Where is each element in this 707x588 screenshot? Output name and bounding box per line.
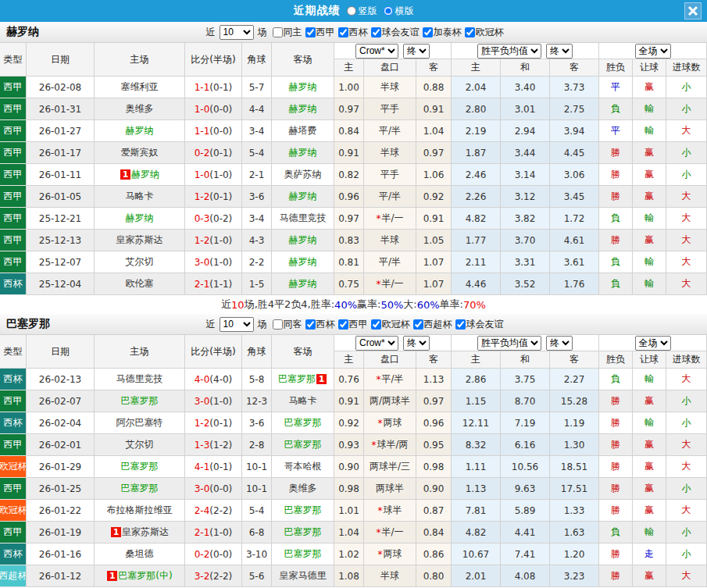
scope-select[interactable]: 全场 bbox=[635, 336, 671, 351]
league-checkbox[interactable] bbox=[338, 319, 348, 330]
column-header: 和 bbox=[501, 59, 550, 77]
same-side-checkbox[interactable] bbox=[273, 27, 283, 37]
mean-time-select[interactable]: 终 bbox=[546, 44, 573, 59]
corner-score: 5-7 bbox=[242, 77, 272, 98]
result-goals: 小 bbox=[666, 164, 707, 186]
mean-draw: 3.14 bbox=[501, 164, 550, 186]
mean-time-select[interactable]: 终 bbox=[546, 336, 573, 351]
match-count-select[interactable]: 10 bbox=[220, 25, 254, 40]
league-checkbox[interactable] bbox=[413, 319, 423, 330]
odds-company-select[interactable]: Crow* bbox=[355, 44, 398, 59]
corner-score: 3-6 bbox=[242, 186, 272, 208]
layout-radio-vertical[interactable]: 竖版 bbox=[347, 5, 377, 18]
home-team: 巴塞罗那 bbox=[95, 456, 185, 478]
league-filter[interactable]: 西杯 bbox=[304, 318, 335, 331]
league-filter[interactable]: 西甲 bbox=[304, 26, 335, 39]
mean-draw: 3.12 bbox=[501, 186, 550, 208]
corner-score: 5-6 bbox=[242, 565, 272, 587]
league-filter[interactable]: 球会友谊 bbox=[454, 318, 504, 331]
odds-time-select[interactable]: 终 bbox=[403, 44, 430, 59]
result-outcome: 勝 bbox=[599, 543, 633, 565]
handicap-text: 平手 bbox=[380, 102, 399, 116]
home-team: 艾尔切 bbox=[95, 251, 185, 273]
fulltime-score: 2-1 bbox=[195, 527, 210, 538]
league-checkbox[interactable] bbox=[465, 27, 475, 37]
corner-score: 12-3 bbox=[242, 390, 272, 412]
league-filter[interactable]: 欧冠杯 bbox=[370, 318, 410, 331]
fulltime-score: 0-2 bbox=[195, 549, 210, 560]
panel-title: 近期战绩 bbox=[294, 4, 341, 18]
same-side-filter[interactable]: 同客 bbox=[271, 318, 302, 331]
league-checkbox[interactable] bbox=[423, 27, 433, 37]
match-score: 3-0(0-0) bbox=[185, 478, 242, 500]
league-checkbox[interactable] bbox=[305, 319, 316, 330]
result-handicap: 赢 bbox=[633, 186, 666, 208]
league-filter[interactable]: 西杯 bbox=[337, 26, 368, 39]
corner-score: 3-4 bbox=[242, 120, 272, 142]
table-row: 西杯25-12-04欧伦塞2-1(1-1)1-5赫罗纳0.75*半/一1.074… bbox=[0, 273, 707, 295]
column-header: 角球 bbox=[242, 43, 272, 77]
odds-home: 1.00 bbox=[334, 77, 364, 98]
layout-radio-horizontal-input[interactable] bbox=[384, 6, 393, 16]
mean-type-select[interactable]: 胜平负均值 bbox=[477, 44, 541, 59]
handicap: *半/一 bbox=[364, 208, 416, 230]
away-team: 赫罗纳 bbox=[272, 77, 334, 98]
league-type-badge: 西杯 bbox=[0, 369, 27, 390]
odds-home: 1.08 bbox=[334, 565, 364, 587]
odds-home: 1.01 bbox=[334, 500, 364, 522]
odds-time-select[interactable]: 终 bbox=[403, 336, 430, 351]
team-label: 马德里竞技 bbox=[280, 212, 327, 225]
titlebar: 近期战绩 竖版 横版 bbox=[0, 0, 707, 22]
league-filter-label: 西杯 bbox=[349, 26, 368, 39]
mean-draw: 3.44 bbox=[501, 142, 550, 164]
team-label: 巴塞罗那 bbox=[284, 526, 322, 539]
column-header: 日期 bbox=[27, 43, 95, 77]
handicap: 平/半 bbox=[364, 120, 416, 142]
odds-away: 0.98 bbox=[416, 456, 452, 478]
scope-select[interactable]: 全场 bbox=[635, 44, 671, 59]
league-filter[interactable]: 欧冠杯 bbox=[463, 26, 504, 39]
team-label: 马德里竞技 bbox=[116, 372, 163, 386]
mean-away: 18.51 bbox=[550, 456, 599, 478]
odds-home: 0.91 bbox=[334, 142, 364, 164]
odds-away: 0.87 bbox=[416, 500, 452, 522]
games-label: 场 bbox=[258, 26, 267, 39]
layout-radio-vertical-input[interactable] bbox=[347, 6, 356, 16]
result-handicap: 赢 bbox=[633, 434, 666, 456]
mean-away: 3.73 bbox=[550, 77, 599, 98]
result-handicap: 赢 bbox=[633, 230, 666, 251]
league-checkbox[interactable] bbox=[305, 27, 316, 37]
league-filter[interactable]: 西甲 bbox=[337, 318, 368, 331]
team-label: 巴塞罗那 bbox=[284, 547, 322, 561]
league-checkbox[interactable] bbox=[371, 27, 381, 37]
column-header: 主场 bbox=[95, 335, 185, 369]
summary-part: 大: bbox=[403, 298, 416, 312]
close-button[interactable] bbox=[684, 2, 702, 20]
table-row: 西甲26-01-31奥维多1-0(0-0)4-4赫罗纳0.97平手0.912.8… bbox=[0, 98, 707, 120]
mean-draw: 3.01 bbox=[501, 98, 550, 120]
odds-home: 1.04 bbox=[334, 522, 364, 543]
odds-company-select[interactable]: Crow* bbox=[355, 336, 398, 351]
odds-away: 0.80 bbox=[416, 565, 452, 587]
mean-type-select[interactable]: 胜平负均值 bbox=[477, 336, 541, 351]
layout-radio-horizontal[interactable]: 横版 bbox=[384, 5, 414, 18]
match-date: 26-02-07 bbox=[27, 390, 95, 412]
league-filter[interactable]: 加泰杯 bbox=[421, 26, 462, 39]
league-checkbox[interactable] bbox=[455, 319, 466, 330]
same-side-checkbox[interactable] bbox=[273, 319, 283, 330]
league-filter[interactable]: 球会友谊 bbox=[370, 26, 420, 39]
league-checkbox[interactable] bbox=[338, 27, 348, 37]
odds-away: 0.96 bbox=[416, 412, 452, 434]
team-label: 奥萨苏纳 bbox=[284, 168, 322, 181]
match-score: 1-0(1-0) bbox=[185, 164, 242, 186]
halftime-score: (2-2) bbox=[209, 571, 232, 582]
odds-away: 0.92 bbox=[416, 186, 452, 208]
handicap-text: 两球 bbox=[384, 547, 402, 561]
team-label: 哥本哈根 bbox=[284, 460, 322, 473]
same-side-filter[interactable]: 同主 bbox=[271, 26, 302, 39]
league-type-badge: 欧冠杯 bbox=[0, 500, 27, 522]
league-filter[interactable]: 西超杯 bbox=[412, 318, 452, 331]
league-checkbox[interactable] bbox=[371, 319, 381, 330]
mean-select-group: 胜平负均值终 bbox=[452, 335, 599, 351]
match-count-select[interactable]: 10 bbox=[220, 317, 254, 332]
